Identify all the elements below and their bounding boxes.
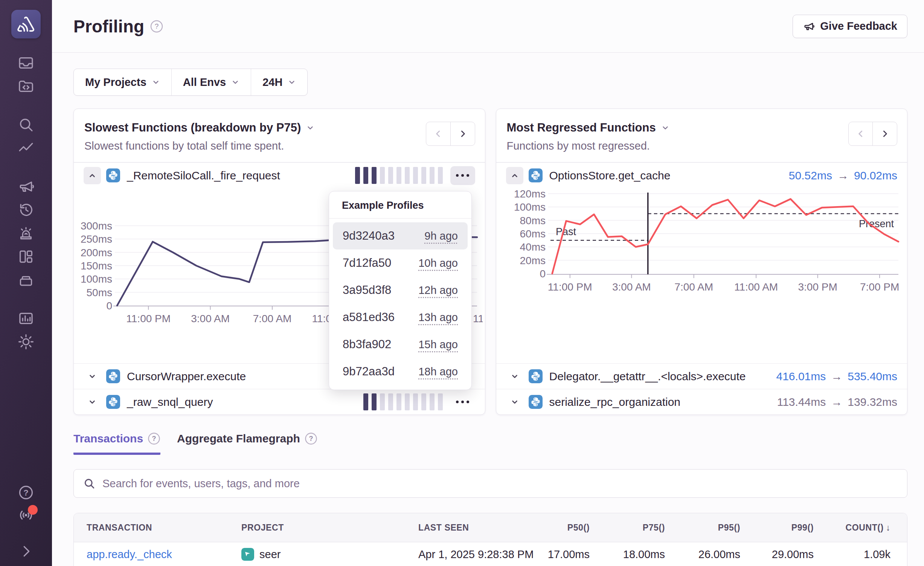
- before-value[interactable]: 416.01ms: [776, 370, 826, 383]
- column-transaction[interactable]: TRANSACTION: [74, 523, 241, 533]
- alerts-siren-icon[interactable]: [17, 225, 35, 242]
- tab-transactions[interactable]: Transactions ?: [73, 432, 160, 455]
- row-actions-button[interactable]: [450, 393, 475, 411]
- page-prev-button[interactable]: [848, 122, 873, 146]
- transaction-link[interactable]: app.ready._check: [74, 548, 241, 561]
- after-value[interactable]: 90.02ms: [854, 169, 897, 182]
- profile-bar: [405, 393, 410, 410]
- settings-gear-icon[interactable]: [17, 333, 35, 350]
- stats-icon[interactable]: [17, 310, 35, 327]
- column-p99[interactable]: P99(): [748, 523, 821, 533]
- search-input[interactable]: [102, 477, 898, 490]
- line-chart: 020ms40ms60ms80ms100ms120ms11:00 PM3:00 …: [496, 188, 905, 363]
- column-p75[interactable]: P75(): [597, 523, 672, 533]
- collapse-row-button[interactable]: [506, 167, 523, 184]
- column-project[interactable]: PROJECT: [241, 523, 418, 533]
- expand-row-button[interactable]: [506, 393, 523, 411]
- chevron-up-icon: [510, 171, 520, 181]
- project-link[interactable]: seer: [259, 548, 281, 561]
- transactions-table: TRANSACTION PROJECT LAST SEEN P50() P75(…: [73, 513, 907, 566]
- tab-help-icon[interactable]: ?: [148, 432, 160, 445]
- after-value[interactable]: 535.40ms: [848, 370, 897, 383]
- regression-trend: 416.01ms → 535.40ms: [776, 370, 898, 383]
- p75-cell: 18.00ms: [597, 548, 672, 561]
- expand-row-button[interactable]: [84, 393, 101, 411]
- row-actions-button[interactable]: [450, 166, 475, 185]
- collapse-row-button[interactable]: [84, 167, 101, 184]
- give-feedback-button[interactable]: Give Feedback: [793, 15, 907, 38]
- projects-filter[interactable]: My Projects: [74, 69, 171, 95]
- dashboards-icon[interactable]: [17, 248, 35, 265]
- svg-text:11:00 PM: 11:00 PM: [547, 281, 592, 293]
- sidebar-expand-chevron[interactable]: [17, 543, 35, 560]
- after-value[interactable]: 139.32ms: [848, 396, 897, 408]
- arrow-right-icon: →: [831, 370, 842, 383]
- column-last-seen[interactable]: LAST SEEN: [418, 523, 541, 533]
- column-p95[interactable]: P95(): [672, 523, 748, 533]
- sentry-logo[interactable]: [11, 10, 41, 38]
- svg-text:3:00 AM: 3:00 AM: [191, 313, 230, 324]
- slowest-functions-title-select[interactable]: Slowest Functions (breakdown by P75): [84, 121, 474, 135]
- sidebar-nav: [17, 54, 35, 350]
- page-title: Profiling: [73, 16, 144, 37]
- profile-id: a581ed36: [343, 311, 395, 324]
- column-count-sorted[interactable]: COUNT() ↓: [821, 523, 907, 533]
- column-count-label: COUNT(): [846, 523, 884, 533]
- profile-bar: [413, 167, 418, 184]
- page-prev-button[interactable]: [426, 122, 451, 146]
- profile-item[interactable]: 9b72aa3d 18h ago: [333, 358, 468, 385]
- python-icon: [106, 395, 120, 409]
- whats-new-broadcast-icon[interactable]: [17, 506, 35, 524]
- help-icon[interactable]: ?: [17, 484, 35, 501]
- profile-bar: [372, 167, 377, 184]
- svg-text:3:00 AM: 3:00 AM: [612, 281, 651, 293]
- profile-item[interactable]: 3a95d3f8 12h ago: [333, 277, 468, 304]
- most-regressed-title-select[interactable]: Most Regressed Functions: [507, 121, 897, 135]
- profile-time-ago[interactable]: 9h ago: [424, 230, 458, 242]
- project-cell: seer: [241, 548, 418, 561]
- content: My Projects All Envs 24H Slowest Functio…: [52, 53, 924, 566]
- expand-row-button[interactable]: [506, 368, 523, 385]
- date-range-filter[interactable]: 24H: [251, 69, 307, 95]
- archive-box-icon[interactable]: [17, 271, 35, 289]
- profile-time-ago[interactable]: 18h ago: [418, 366, 458, 378]
- svg-text:150ms: 150ms: [81, 260, 112, 272]
- dot: [467, 401, 469, 403]
- expand-row-button[interactable]: [84, 368, 101, 385]
- table-row[interactable]: app.ready._check seer Apr 1, 2025 9:28:3…: [74, 542, 907, 566]
- profiling-help-icon[interactable]: ?: [150, 20, 163, 33]
- tab-aggregate-flamegraph[interactable]: Aggregate Flamegraph ?: [177, 432, 317, 455]
- svg-text:11:00 PM: 11:00 PM: [473, 313, 483, 324]
- table-header: TRANSACTION PROJECT LAST SEEN P50() P75(…: [74, 513, 907, 542]
- dot: [461, 401, 464, 403]
- profile-item[interactable]: 8b3fa902 15h ago: [333, 331, 468, 358]
- page-next-button[interactable]: [450, 122, 475, 146]
- seer-project-icon: [241, 548, 254, 561]
- releases-clock-icon[interactable]: [17, 201, 35, 219]
- profile-time-ago[interactable]: 12h ago: [418, 284, 458, 297]
- profile-item[interactable]: 7d12fa50 10h ago: [333, 249, 468, 277]
- environments-filter[interactable]: All Envs: [171, 69, 251, 95]
- profile-bar: [380, 167, 385, 184]
- tab-help-icon[interactable]: ?: [305, 432, 317, 445]
- profile-time-ago[interactable]: 13h ago: [418, 311, 458, 324]
- svg-text:11:00 PM: 11:00 PM: [126, 313, 171, 324]
- before-value[interactable]: 113.44ms: [777, 396, 826, 408]
- traces-icon[interactable]: [17, 139, 35, 157]
- profile-item[interactable]: a581ed36 13h ago: [333, 304, 468, 331]
- give-feedback-label: Give Feedback: [820, 20, 897, 32]
- svg-text:Past: Past: [556, 226, 576, 237]
- profile-time-ago[interactable]: 15h ago: [418, 338, 458, 351]
- projects-icon[interactable]: [17, 78, 35, 95]
- python-icon: [529, 168, 543, 182]
- profile-time-ago[interactable]: 10h ago: [418, 257, 458, 269]
- before-value[interactable]: 50.52ms: [789, 169, 832, 182]
- feedback-megaphone-icon[interactable]: [17, 178, 35, 195]
- page-next-button[interactable]: [872, 122, 897, 146]
- explore-search-icon[interactable]: [17, 116, 35, 133]
- svg-text:7:00 PM: 7:00 PM: [860, 281, 899, 293]
- column-p50[interactable]: P50(): [541, 523, 597, 533]
- profile-item[interactable]: 9d3240a3 9h ago: [333, 222, 468, 249]
- profile-bar: [413, 393, 418, 410]
- issues-icon[interactable]: [17, 54, 35, 72]
